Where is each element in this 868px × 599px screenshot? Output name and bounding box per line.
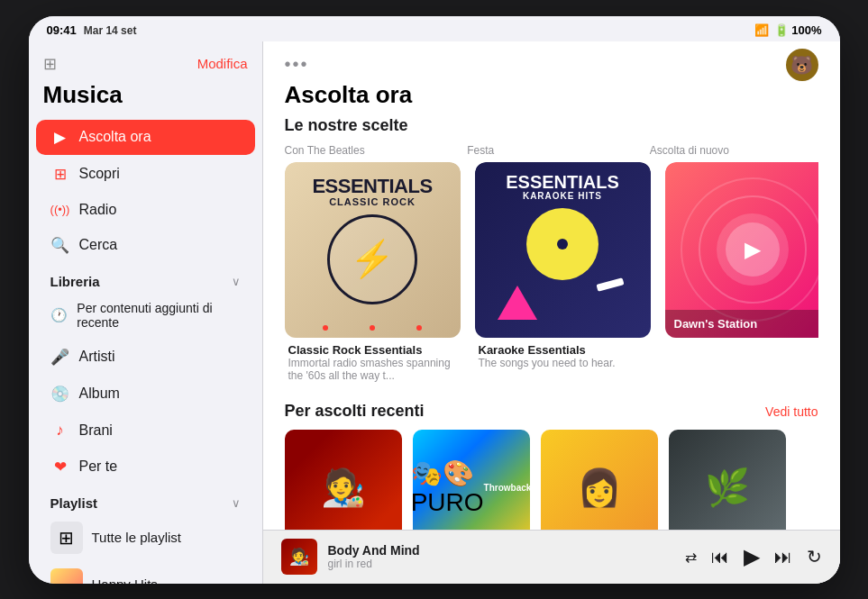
for-you-label: Per te: [79, 458, 118, 475]
album-figure-1: 🧑‍🎨: [285, 430, 402, 530]
classic-rock-title: Classic Rock Essentials: [288, 343, 457, 357]
dots-menu[interactable]: •••: [285, 54, 309, 75]
album-figure-2: 🎭🎨PUROThrowback: [413, 430, 530, 530]
recent-album-2[interactable]: 🎭🎨PUROThrowback: [413, 430, 530, 530]
recent-albums-row: 🧑‍🎨 🎭🎨PUROThrowback 👩: [285, 430, 818, 530]
karaoke-essentials-title: ESSENTIALS KARAOKE HITS: [506, 173, 619, 201]
mini-player-title: Body And Mind: [328, 543, 674, 558]
status-bar: 09:41 Mar 14 set 📶 🔋 100%: [29, 16, 840, 41]
mini-player-info: Body And Mind girl in red: [328, 543, 674, 570]
mini-player-thumb: 🧑‍🎨: [281, 539, 317, 575]
card-classic-rock[interactable]: ESSENTIALS CLASSIC ROCK ⚡: [285, 162, 461, 384]
shuffle-button[interactable]: ⇄: [685, 549, 697, 566]
sidebar-item-for-you[interactable]: ❤ Per te: [36, 449, 255, 485]
sidebar-item-happy-hits[interactable]: Happy Hits: [36, 561, 255, 584]
happy-hits-thumb: [50, 568, 83, 584]
library-section-header: Libreria ∨: [29, 265, 262, 293]
happy-hits-label: Happy Hits: [92, 576, 158, 584]
karaoke-disc: [526, 208, 598, 280]
disc-icon: 💿: [50, 385, 70, 404]
karaoke-labels: Karaoke Essentials The songs you need to…: [475, 338, 651, 371]
col2-label: Festa: [467, 144, 635, 157]
sidebar-item-recent-added[interactable]: 🕐 Per contenuti aggiunti di recente: [36, 293, 255, 338]
lightning-icon: ⚡: [350, 238, 395, 280]
recent-thumb-2: 🎭🎨PUROThrowback: [413, 430, 530, 530]
clock-icon: 🕐: [50, 307, 69, 323]
mini-player[interactable]: 🧑‍🎨 Body And Mind girl in red ⇄ ⏮ ▶ ⏭ ↻: [263, 530, 840, 584]
sidebar-header: ⊞ Modifica: [29, 50, 262, 81]
recent-album-3[interactable]: 👩: [541, 430, 658, 530]
red-dots: [285, 325, 461, 331]
sidebar-item-search[interactable]: 🔍 Cerca: [36, 228, 255, 263]
sidebar-item-songs[interactable]: ♪ Brani: [36, 413, 255, 448]
karaoke-cover: ESSENTIALS KARAOKE HITS: [475, 162, 651, 338]
prev-button[interactable]: ⏮: [711, 547, 729, 567]
recent-album-4[interactable]: 🌿: [669, 430, 786, 530]
search-label: Cerca: [79, 237, 118, 253]
recent-added-label: Per contenuti aggiunti di recente: [77, 301, 240, 330]
repeat-button[interactable]: ↻: [807, 546, 822, 567]
wifi-icon: 📶: [754, 23, 769, 37]
listen-now-label: Ascolta ora: [79, 129, 151, 145]
albums-label: Album: [79, 386, 120, 402]
featured-title: Le nostre scelte: [285, 116, 408, 134]
featured-section-header: Le nostre scelte: [285, 116, 818, 135]
mini-player-artist: girl in red: [328, 558, 674, 570]
sidebar-item-radio[interactable]: ((•)) Radio: [36, 194, 255, 226]
sidebar-item-all-playlists[interactable]: ⊞ Tutte le playlist: [36, 514, 255, 561]
col3-label: Ascolta di nuovo: [650, 144, 818, 157]
sidebar: ⊞ Modifica Musica ▶ Ascolta ora ⊞ Scopri…: [29, 41, 263, 584]
scroll-area: Le nostre scelte Con The Beatles Festa A…: [263, 116, 840, 530]
play-button[interactable]: ▶: [744, 544, 760, 569]
search-icon: 🔍: [50, 236, 70, 255]
karaoke-title-text: Karaoke Essentials: [479, 343, 647, 357]
page-title: Ascolta ora: [263, 81, 840, 116]
album-figure-3: 👩: [541, 430, 658, 530]
user-avatar[interactable]: 🐻: [786, 49, 818, 81]
next-button[interactable]: ⏭: [774, 547, 792, 567]
mini-player-controls: ⇄ ⏮ ▶ ⏭ ↻: [685, 544, 822, 569]
karaoke-subtitle: The songs you need to hear.: [479, 357, 647, 369]
album-figure-4: 🌿: [669, 430, 786, 530]
inner-ring: [717, 213, 789, 286]
sidebar-item-artists[interactable]: 🎤 Artisti: [36, 340, 255, 375]
classic-rock-cover: ESSENTIALS CLASSIC ROCK ⚡: [285, 162, 461, 338]
sidebar-toggle-icon[interactable]: ⊞: [43, 54, 57, 74]
radio-label: Radio: [79, 202, 117, 218]
playlist-label: Playlist: [50, 495, 98, 511]
radio-icon: ((•)): [50, 203, 70, 216]
all-playlists-label: Tutte le playlist: [92, 530, 182, 545]
sidebar-item-discover[interactable]: ⊞ Scopri: [36, 157, 255, 192]
play-icon: ▶: [50, 128, 70, 147]
featured-cards-row: ESSENTIALS CLASSIC ROCK ⚡: [285, 162, 818, 384]
app-title: Musica: [29, 81, 262, 120]
sidebar-item-albums[interactable]: 💿 Album: [36, 377, 255, 412]
discover-label: Scopri: [79, 166, 120, 182]
main-content: ••• 🐻 Ascolta ora Le nostre scelte Con T…: [263, 41, 840, 584]
recent-section-header: Per ascolti recenti Vedi tutto: [285, 402, 818, 421]
see-all-button[interactable]: Vedi tutto: [765, 404, 818, 419]
artists-label: Artisti: [79, 349, 115, 365]
note-icon: ♪: [50, 422, 70, 440]
status-date: Mar 14 set: [84, 24, 137, 37]
column-labels: Con The Beatles Festa Ascolta di nuovo: [285, 144, 818, 157]
card-karaoke[interactable]: ESSENTIALS KARAOKE HITS: [475, 162, 651, 384]
playlist-chevron[interactable]: ∨: [232, 496, 241, 510]
battery-icon: 🔋 100%: [774, 23, 822, 37]
dawns-cover: ▶ Dawn's Station: [665, 162, 818, 338]
classic-essentials-title: ESSENTIALS CLASSIC ROCK: [312, 177, 432, 207]
library-label: Libreria: [50, 274, 100, 289]
status-time: 09:41: [47, 23, 77, 37]
recent-thumb-1: 🧑‍🎨: [285, 430, 402, 530]
classic-rock-subtitle: Immortal radio smashes spanning the '60s…: [288, 357, 457, 382]
card-dawns-station[interactable]: ▶ Dawn's Station: [665, 162, 818, 384]
sidebar-item-listen-now[interactable]: ▶ Ascolta ora: [36, 120, 255, 155]
library-chevron[interactable]: ∨: [232, 275, 241, 288]
grid-icon: ⊞: [50, 165, 70, 184]
white-rect: [596, 277, 624, 291]
modify-button[interactable]: Modifica: [197, 56, 248, 71]
karaoke-disc-area: [526, 208, 598, 280]
dawns-station-label: Dawn's Station: [665, 310, 818, 338]
lightning-circle: ⚡: [327, 214, 417, 304]
recent-album-1[interactable]: 🧑‍🎨: [285, 430, 402, 530]
